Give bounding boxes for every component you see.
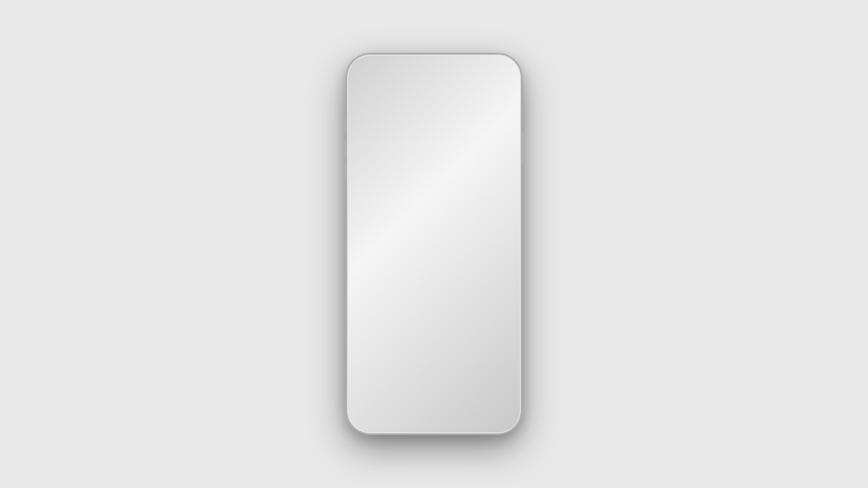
phone-device: 9:41 ▲▲▲ WiFi 🔋 FaceTime — [346, 53, 522, 435]
phone-screen: 9:41 ▲▲▲ WiFi 🔋 FaceTime — [347, 55, 521, 433]
modal-blur-overlay — [347, 55, 521, 433]
